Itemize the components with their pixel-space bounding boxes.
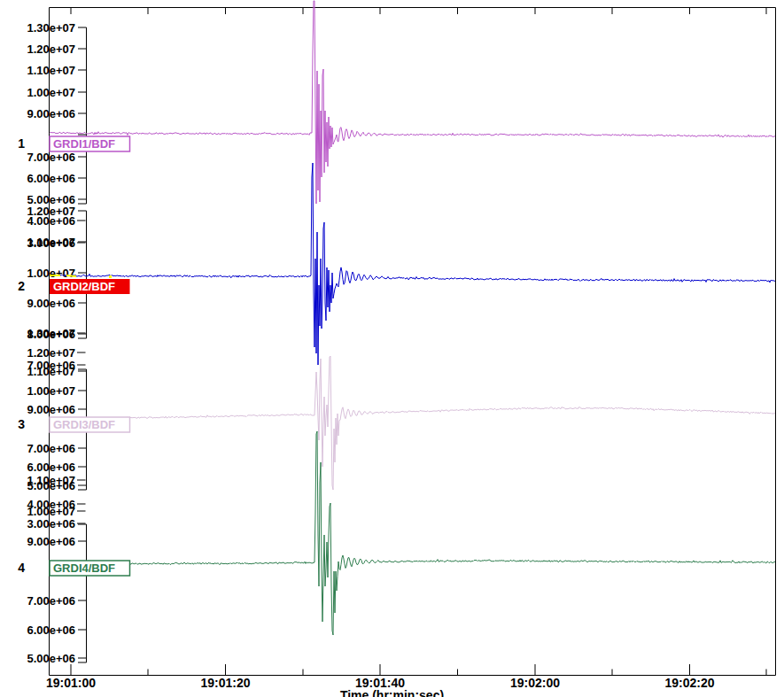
trace-waveform-4[interactable]	[50, 431, 775, 635]
trace-waveform-3[interactable]	[50, 356, 775, 490]
y-axis-tick-label: 5.00e+06	[27, 652, 75, 665]
seismic-waveform-viewer: 19:01:0019:01:2019:01:4019:02:0019:02:20…	[0, 0, 784, 697]
trace-label-text: GRDI4/BDF	[53, 561, 115, 575]
y-axis-tick-label: 1.20e+07	[27, 346, 75, 360]
plot-area[interactable]: 19:01:0019:01:2019:01:4019:02:0019:02:20…	[0, 0, 784, 697]
trace-waveform-2[interactable]	[50, 163, 775, 365]
y-axis-tick-label: 1.20e+07	[27, 205, 75, 218]
highlight-marker	[66, 275, 76, 276]
y-axis-tick-label: 1.10e+07	[27, 474, 75, 487]
y-axis-tick-label: 1.00e+07	[27, 86, 75, 99]
y-axis-tick-label: 9.00e+06	[27, 403, 75, 416]
y-axis-tick-label: 9.00e+06	[27, 297, 75, 310]
trace-number: 1	[18, 136, 25, 151]
y-axis-tick-label: 3.00e+06	[27, 517, 75, 530]
y-axis-tick-label: 1.30e+07	[27, 21, 75, 35]
y-axis-tick-label: 6.00e+06	[27, 461, 75, 474]
y-axis-tick-label: 9.00e+06	[27, 535, 75, 548]
y-axis-tick-label: 1.20e+07	[27, 43, 75, 56]
y-axis-tick-label: 9.00e+06	[27, 107, 75, 120]
y-axis-tick-label: 1.00e+07	[27, 267, 75, 280]
y-axis-tick-label: 1.10e+07	[27, 64, 75, 77]
y-axis-tick-label: 1.30e+07	[27, 327, 75, 340]
trace-label-text: GRDI2/BDF	[53, 280, 115, 293]
y-axis-tick-label: 1.10e+07	[27, 365, 75, 378]
trace-number: 3	[18, 417, 25, 431]
y-axis-tick-label: 6.00e+06	[27, 623, 75, 637]
trace-label-text: GRDI3/BDF	[53, 418, 115, 431]
y-axis-tick-label: 6.00e+06	[27, 172, 75, 185]
y-axis-tick-label: 1.00e+07	[27, 505, 75, 518]
y-axis-tick-label: 1.00e+07	[27, 384, 75, 398]
trace-number: 4	[18, 561, 25, 575]
y-axis-tick-label: 7.00e+06	[27, 442, 75, 455]
highlight-marker	[109, 275, 112, 278]
y-axis-tick-label: 1.10e+07	[27, 236, 75, 249]
x-axis-title: Time (hr:min:sec)	[0, 688, 784, 697]
trace-label-text: GRDI1/BDF	[53, 137, 115, 151]
trace-waveform-1[interactable]	[50, 1, 775, 204]
y-axis-tick-label: 7.00e+06	[27, 594, 75, 608]
trace-number: 2	[18, 279, 25, 293]
